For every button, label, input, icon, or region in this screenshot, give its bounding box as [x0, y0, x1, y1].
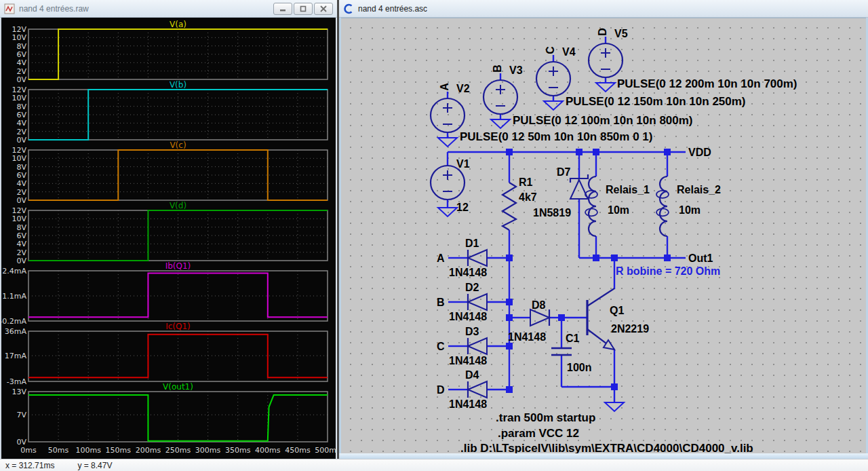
schematic-text[interactable]: PULSE(0 12 200m 10n 10n 700m)	[617, 77, 797, 90]
schematic-text[interactable]: C	[545, 46, 556, 54]
schematic-text[interactable]: D	[597, 28, 608, 36]
schematic-text[interactable]: A	[437, 252, 445, 264]
schematic-text[interactable]: B	[492, 64, 503, 73]
schematic-text[interactable]: 100n	[567, 362, 591, 373]
y-axis-tick: 4V	[16, 240, 26, 248]
schematic-titlebar[interactable]: nand 4 entrées.asc	[339, 0, 868, 18]
x-axis-tick: 200ms	[136, 446, 161, 455]
trace-label[interactable]: Ic(Q1)	[165, 322, 191, 331]
schematic-text[interactable]: 1N5819	[533, 207, 571, 219]
voltage-source-V1[interactable]	[431, 166, 465, 200]
voltage-source-V4[interactable]	[536, 62, 570, 96]
schematic-text[interactable]: Q1	[610, 305, 624, 316]
schematic-text[interactable]: D1	[465, 238, 479, 249]
diode[interactable]	[468, 338, 487, 354]
schematic-text[interactable]: .lib D:\LTspiceIV\lib\sym\EXTRA\CD4000\C…	[460, 442, 753, 453]
ground-symbol[interactable]	[438, 138, 457, 147]
y-axis-tick: 7V	[16, 411, 26, 419]
schematic-text[interactable]: D4	[465, 369, 479, 381]
ground-symbol[interactable]	[544, 101, 563, 110]
schematic-text[interactable]: V2	[456, 83, 470, 94]
ground-symbol[interactable]	[596, 83, 615, 92]
schematic-canvas[interactable]: ABCDV2V3V4V5PULSE(0 12 50m 10n 10n 850m …	[341, 18, 866, 453]
schematic-text[interactable]: 4k7	[519, 191, 537, 203]
schematic-text[interactable]: 1N4148	[508, 331, 546, 343]
resistor-R1[interactable]	[502, 183, 516, 230]
schematic-text[interactable]: D	[437, 384, 445, 396]
schematic-text[interactable]: C	[437, 341, 445, 352]
schematic-text[interactable]: R1	[519, 176, 533, 188]
junction	[576, 149, 583, 155]
trace-label[interactable]: V(out1)	[163, 382, 193, 392]
cursor-y-readout: y = 8.47V	[77, 461, 112, 470]
schematic-text[interactable]: Out1	[688, 252, 713, 264]
trace-label[interactable]: Ib(Q1)	[165, 261, 191, 271]
x-axis-tick: 0ms	[20, 446, 37, 455]
capacitor-C1[interactable]	[551, 348, 572, 355]
schematic-text[interactable]: 1N4148	[449, 267, 487, 278]
schematic-text[interactable]: 12	[456, 202, 469, 213]
diode[interactable]	[468, 250, 487, 266]
schematic-text[interactable]: PULSE(0 12 100m 10n 10n 800m)	[513, 114, 693, 127]
transistor-Q1[interactable]	[587, 288, 614, 350]
y-axis-tick: 12V	[12, 25, 26, 34]
schematic-text[interactable]: D8	[532, 299, 546, 311]
schematic-text[interactable]: 1N4148	[449, 311, 487, 322]
trace-label[interactable]: V(a)	[170, 20, 186, 29]
schematic-text[interactable]: 10m	[679, 204, 701, 216]
ground-symbol[interactable]	[491, 119, 510, 128]
diode[interactable]	[530, 309, 549, 326]
minimize-button[interactable]	[273, 3, 292, 15]
y-axis-tick: 10V	[12, 214, 26, 223]
schematic-text[interactable]: R bobine = 720 Ohm	[616, 265, 720, 277]
schematic-window: nand 4 entrées.asc ABCDV2V3V4V5PULSE(0 1…	[339, 0, 868, 459]
schematic-text[interactable]: D2	[465, 282, 479, 293]
ground-symbol[interactable]	[438, 208, 457, 216]
window-title: nand 4 entrées.raw	[19, 4, 89, 14]
diode[interactable]	[468, 381, 487, 398]
inductor-Relais_2[interactable]	[656, 176, 669, 236]
schematic-text[interactable]: Relais_2	[677, 184, 721, 195]
schematic-window-icon	[343, 3, 354, 14]
close-button[interactable]	[314, 3, 333, 15]
schematic-text[interactable]: B	[437, 297, 445, 308]
junction	[558, 314, 565, 321]
trace-label[interactable]: V(c)	[170, 140, 186, 150]
schematic-text[interactable]: 2N2219	[611, 323, 649, 335]
schematic-text[interactable]: V5	[614, 28, 628, 39]
waveform-pane: V(a)12V10V8V6V4V2V0V	[12, 20, 328, 84]
schematic-text[interactable]: 1N4148	[449, 355, 487, 366]
schematic-text[interactable]: .tran 500m startup	[496, 411, 595, 424]
ground-symbol[interactable]	[605, 402, 624, 411]
schematic-text[interactable]: PULSE(0 12 150m 10n 10n 250m)	[566, 95, 746, 108]
schematic-text[interactable]: Relais_1	[606, 184, 650, 195]
schematic-text[interactable]: A	[439, 83, 450, 91]
y-axis-tick: 4V	[16, 58, 26, 67]
voltage-source-V5[interactable]	[589, 43, 623, 77]
waveform-titlebar[interactable]: nand 4 entrées.raw	[0, 0, 337, 18]
diode[interactable]	[468, 294, 487, 310]
trace-label[interactable]: V(d)	[170, 201, 186, 210]
waveform-pane: V(d)12V10V8V6V4V2V0V	[12, 201, 328, 265]
schematic-text[interactable]: 10m	[608, 204, 629, 216]
trace-label[interactable]: V(b)	[170, 80, 186, 90]
schematic-text[interactable]: VDD	[688, 147, 711, 158]
x-axis-tick: 300ms	[195, 446, 221, 455]
schematic-text[interactable]: .param VCC 12	[498, 427, 579, 440]
schematic-text[interactable]: 1N4148	[449, 398, 487, 410]
voltage-source-V3[interactable]	[484, 80, 517, 114]
restore-button[interactable]	[294, 3, 313, 15]
schematic-text[interactable]: V1	[456, 158, 470, 170]
schematic-text[interactable]: V4	[562, 46, 576, 58]
x-axis-tick: 400ms	[255, 446, 281, 455]
junction	[664, 149, 671, 155]
junction	[506, 299, 513, 305]
schematic-text[interactable]: V3	[509, 64, 523, 76]
inductor-Relais_1[interactable]	[585, 176, 597, 236]
schematic-text[interactable]: D7	[557, 166, 571, 178]
schematic-text[interactable]: C1	[566, 333, 580, 344]
schematic-text[interactable]: D3	[465, 326, 479, 337]
voltage-source-V2[interactable]	[431, 98, 465, 132]
schematic-text[interactable]: PULSE(0 12 50m 10n 10n 850m 0 1)	[460, 130, 652, 143]
waveform-plot-area[interactable]: V(a)12V10V8V6V4V2V0VV(b)12V10V8V6V4V2V0V…	[0, 18, 336, 459]
